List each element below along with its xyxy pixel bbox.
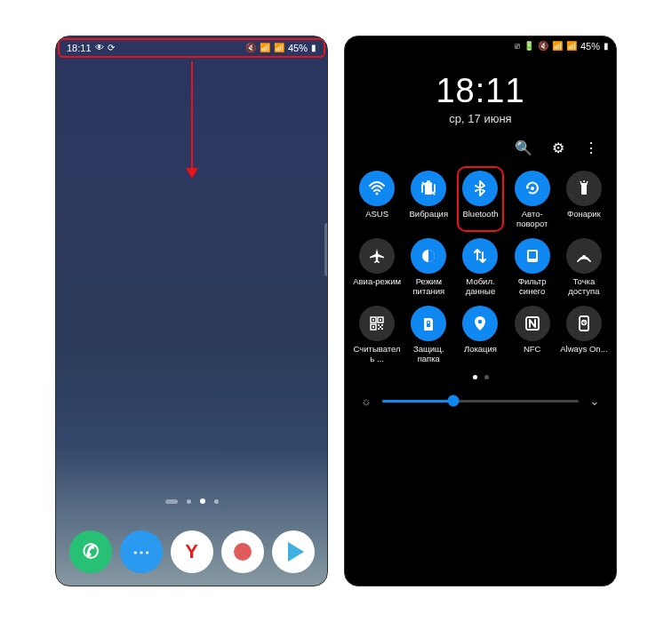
svg-point-24 [478, 320, 483, 324]
phone-quick-settings: ⎚ 🔋 🔇 📶 📶 45% ▮ 18:11 ср, 17 июня 🔍 ⚙ ⋮ … [344, 36, 617, 586]
qs-tile-bluefilter[interactable]: Фильтр синего [508, 238, 557, 297]
status-bar-highlighted[interactable]: 18:11 👁 ⟳ 🔇 📶 📶 45% ▮ [58, 38, 325, 58]
qs-tile-aod[interactable]: Always On... [559, 306, 609, 364]
battery-saver-icon: 🔋 [524, 42, 534, 51]
qs-tile-wifi[interactable]: ASUS [352, 171, 402, 229]
qs-tile-hotspot[interactable]: Точка доступа [559, 238, 609, 297]
eye-icon: 👁 [95, 44, 104, 52]
qr-icon[interactable] [359, 306, 395, 341]
svg-point-0 [376, 193, 379, 195]
status-time: 18:11 [67, 43, 92, 53]
svg-rect-18 [378, 324, 380, 326]
svg-rect-23 [427, 323, 430, 327]
rotate-icon[interactable] [515, 171, 550, 206]
signal-icon-2: 📶 [566, 42, 577, 51]
aod-icon[interactable] [566, 306, 602, 341]
qs-tile-label: Режим питания [404, 277, 453, 297]
qs-tile-flashlight[interactable]: Фонарик [559, 171, 609, 229]
signal-icon: 📶 [552, 42, 563, 51]
qs-tile-label: Фильтр синего [508, 277, 557, 297]
qs-tile-nfc[interactable]: NFC [508, 306, 557, 364]
location-icon[interactable] [462, 306, 498, 341]
svg-rect-17 [372, 326, 374, 328]
battery-icon: ▮ [311, 44, 316, 52]
qs-tile-label: Защищ. папка [404, 345, 453, 364]
phone-app-icon[interactable]: ✆ [69, 530, 112, 573]
qs-tile-bluetooth[interactable]: Bluetooth [455, 171, 505, 229]
yandex-app-icon[interactable]: Y [171, 530, 213, 573]
svg-rect-4 [581, 186, 587, 195]
battery-percent: 45% [580, 41, 600, 52]
svg-rect-22 [380, 326, 381, 328]
settings-icon[interactable]: ⚙ [552, 140, 564, 156]
svg-line-7 [587, 181, 588, 183]
messages-app-icon[interactable]: ⋯ [120, 530, 163, 573]
svg-rect-16 [380, 319, 381, 321]
svg-rect-21 [381, 328, 383, 330]
vibrate-icon[interactable] [411, 171, 446, 206]
brightness-expand-icon[interactable]: ⌄ [589, 394, 600, 408]
svg-line-6 [580, 181, 581, 183]
camera-app-icon[interactable] [221, 530, 264, 573]
brightness-icon: ☼ [361, 395, 372, 408]
more-icon[interactable]: ⋮ [584, 140, 598, 156]
signal-icon-2: 📶 [274, 44, 284, 52]
phone-home-screen: 18:11 👁 ⟳ 🔇 📶 📶 45% ▮ ✆ ⋯ Y [55, 36, 328, 586]
wifi-icon[interactable] [359, 171, 395, 206]
search-icon[interactable]: 🔍 [515, 140, 532, 156]
qs-tile-data[interactable]: Мобил. данные [455, 238, 505, 297]
qs-tile-label: Вибрация [410, 210, 449, 229]
signal-icon: 📶 [260, 44, 270, 52]
swipe-down-arrow-annotation [186, 61, 198, 179]
flashlight-icon[interactable] [566, 171, 602, 206]
qs-tile-label: Локация [464, 345, 497, 364]
svg-rect-26 [580, 316, 588, 331]
qs-tile-label: NFC [524, 345, 541, 364]
qs-tile-label: Авиа-режим [353, 277, 401, 297]
qs-tile-label: Авто-поворот [508, 210, 557, 229]
quick-settings-grid: ASUSВибрацияBluetoothАвто-поворотФонарик… [345, 163, 616, 364]
hotspot-icon[interactable] [566, 238, 602, 274]
battery-icon: ▮ [604, 42, 609, 51]
qs-tile-label: Считыватель ... [352, 345, 402, 364]
cast-icon: ⎚ [515, 42, 520, 51]
qs-date: ср, 17 июня [345, 112, 616, 125]
qs-tile-vibrate[interactable]: Вибрация [404, 171, 453, 229]
mute-icon: 🔇 [538, 42, 548, 51]
qs-tile-label: Мобил. данные [455, 277, 505, 297]
qs-tile-label: Bluetooth [462, 210, 498, 229]
qs-tile-airplane[interactable]: Авиа-режим [352, 238, 402, 297]
edge-panel-handle[interactable] [324, 223, 327, 276]
qs-tile-location[interactable]: Локация [455, 306, 505, 364]
svg-point-3 [531, 187, 534, 190]
play-store-app-icon[interactable] [272, 530, 315, 573]
qs-tile-secure[interactable]: Защищ. папка [404, 306, 453, 364]
qs-tile-label: ASUS [365, 210, 388, 229]
sync-icon: ⟳ [108, 44, 115, 52]
qs-tile-qr[interactable]: Считыватель ... [352, 306, 402, 364]
qs-tile-label: Фонарик [567, 210, 601, 229]
svg-rect-15 [372, 319, 374, 321]
nfc-icon[interactable] [515, 306, 550, 341]
brightness-slider[interactable] [382, 400, 579, 403]
qs-time: 18:11 [345, 72, 616, 110]
power-icon[interactable] [411, 238, 446, 274]
status-bar: ⎚ 🔋 🔇 📶 📶 45% ▮ [345, 36, 616, 56]
dock: ✆ ⋯ Y [56, 530, 327, 573]
qs-tile-rotate[interactable]: Авто-поворот [508, 171, 557, 229]
qs-header: 18:11 ср, 17 июня [345, 72, 616, 125]
qs-tile-label: Точка доступа [559, 277, 609, 297]
qs-tile-power[interactable]: Режим питания [404, 238, 453, 297]
airplane-icon[interactable] [359, 238, 395, 274]
svg-rect-20 [378, 328, 380, 330]
secure-icon[interactable] [411, 306, 446, 341]
home-page-indicator[interactable] [165, 498, 219, 504]
data-icon[interactable] [462, 238, 498, 274]
battery-percent: 45% [288, 43, 308, 53]
svg-rect-10 [529, 251, 536, 259]
svg-rect-19 [381, 324, 383, 326]
bluetooth-icon[interactable] [462, 171, 498, 206]
qs-tile-label: Always On... [560, 345, 607, 364]
bluefilter-icon[interactable] [515, 238, 550, 274]
brightness-row: ☼ ⌄ [345, 379, 616, 408]
